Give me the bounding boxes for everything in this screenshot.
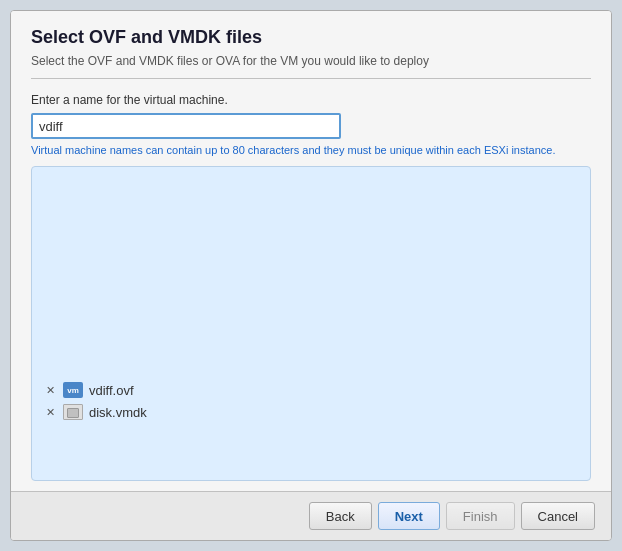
vm-icon: vm — [63, 382, 83, 398]
vm-name-label: Enter a name for the virtual machine. — [31, 93, 591, 107]
dialog-title: Select OVF and VMDK files — [31, 27, 591, 48]
vm-name-input[interactable] — [31, 113, 341, 139]
vm-name-hint: Virtual machine names can contain up to … — [31, 144, 591, 156]
ovf-filename: vdiff.ovf — [89, 383, 134, 398]
remove-vmdk-button[interactable]: ✕ — [46, 406, 55, 419]
disk-icon — [63, 404, 83, 420]
finish-button: Finish — [446, 502, 515, 530]
remove-ovf-button[interactable]: ✕ — [46, 384, 55, 397]
dialog-footer: Back Next Finish Cancel — [11, 491, 611, 540]
vmdk-filename: disk.vmdk — [89, 405, 147, 420]
cancel-button[interactable]: Cancel — [521, 502, 595, 530]
file-item-ovf: ✕ vm vdiff.ovf — [46, 382, 147, 398]
dialog-body: Enter a name for the virtual machine. Vi… — [11, 79, 611, 491]
select-ovf-dialog: Select OVF and VMDK files Select the OVF… — [10, 10, 612, 541]
file-list: ✕ vm vdiff.ovf ✕ disk.vmdk — [46, 382, 147, 420]
next-button[interactable]: Next — [378, 502, 440, 530]
file-drop-area[interactable]: ✕ vm vdiff.ovf ✕ disk.vmdk — [31, 166, 591, 481]
dialog-header: Select OVF and VMDK files Select the OVF… — [11, 11, 611, 78]
back-button[interactable]: Back — [309, 502, 372, 530]
dialog-subtitle: Select the OVF and VMDK files or OVA for… — [31, 54, 591, 68]
file-item-vmdk: ✕ disk.vmdk — [46, 404, 147, 420]
